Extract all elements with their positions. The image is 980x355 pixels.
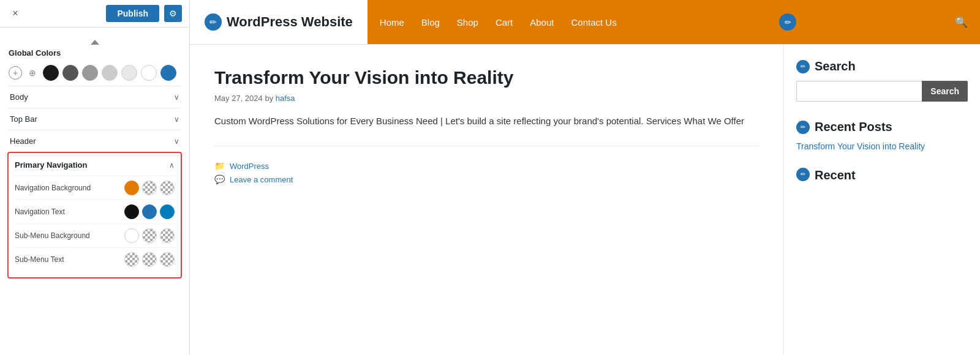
- site-title: WordPress Website: [227, 14, 353, 30]
- comment-icon: 💬: [214, 174, 225, 184]
- search-widget-title: Search: [815, 59, 856, 73]
- color-swatch-blue[interactable]: [160, 65, 176, 81]
- post-comment-link[interactable]: Leave a comment: [230, 175, 293, 184]
- submenu-text-swatch1[interactable]: [124, 252, 139, 267]
- nav-about[interactable]: About: [530, 17, 554, 28]
- recent-posts-widget-icon: ✏: [796, 121, 810, 134]
- submenu-text-swatch2[interactable]: [142, 252, 157, 267]
- search-widget-title-row: ✏ Search: [796, 59, 968, 73]
- nav-bg-swatch-checker1[interactable]: [142, 181, 157, 195]
- nav-bg-swatches: [124, 181, 175, 195]
- post-author[interactable]: hafsa: [276, 94, 295, 103]
- site-header: ✏ WordPress Website ✏ Home Blog Shop Car…: [190, 0, 980, 45]
- submenu-bg-swatch-checker1[interactable]: [142, 228, 157, 243]
- close-button[interactable]: ×: [7, 6, 23, 21]
- primary-nav-chevron: ∧: [169, 161, 175, 170]
- scroll-indicator: [9, 36, 181, 46]
- site-logo-area: ✏ WordPress Website: [190, 4, 368, 40]
- category-icon: 📁: [214, 161, 225, 171]
- recent-partial-heading: Recent: [815, 168, 856, 182]
- nav-text-label: Navigation Text: [15, 207, 94, 216]
- recent-post-link-0[interactable]: Transform Your Vision into Reality: [796, 141, 968, 151]
- post-divider: [214, 146, 759, 146]
- nav-text-swatch-blue-mid[interactable]: [142, 204, 157, 219]
- submenu-text-row: Sub-Menu Text: [13, 247, 176, 271]
- color-swatch-darkgray[interactable]: [62, 65, 78, 81]
- sidebar-topbar: × Publish ⚙: [0, 0, 189, 28]
- submenu-text-swatches: [124, 252, 175, 267]
- recent-partial-icon: ✏: [796, 168, 810, 181]
- header-label: Header: [10, 136, 36, 146]
- submenu-bg-swatch-checker2[interactable]: [160, 228, 175, 243]
- body-label: Body: [10, 92, 28, 102]
- color-swatch-gray[interactable]: [82, 65, 98, 81]
- right-sidebar: ✏ Search Search ✏ Recent Posts Transform…: [784, 45, 980, 355]
- search-widget: ✏ Search Search: [796, 59, 968, 102]
- body-section[interactable]: Body ∨: [9, 86, 181, 108]
- left-sidebar: × Publish ⚙ Global Colors + ⊕ Body ∨ Top: [0, 0, 190, 355]
- primary-nav-label: Primary Navigation: [15, 160, 88, 170]
- submenu-text-label: Sub-Menu Text: [15, 255, 94, 264]
- color-swatch-white[interactable]: [141, 65, 157, 81]
- post-by: by: [265, 94, 275, 103]
- submenu-bg-swatches: [124, 228, 175, 243]
- nav-bg-swatch-checker2[interactable]: [160, 181, 175, 195]
- nav-text-row: Navigation Text: [13, 200, 176, 223]
- nav-text-swatch-black[interactable]: [124, 204, 139, 219]
- color-swatch-black[interactable]: [43, 65, 59, 81]
- body-chevron: ∨: [174, 93, 179, 102]
- search-input-row: Search: [796, 81, 968, 102]
- color-swatch-lightgray[interactable]: [102, 65, 118, 81]
- top-bar-label: Top Bar: [10, 114, 37, 124]
- nav-cart[interactable]: Cart: [496, 17, 513, 28]
- content-body: Transform Your Vision into Reality May 2…: [190, 45, 980, 355]
- header-section[interactable]: Header ∨: [9, 130, 181, 152]
- primary-navigation-section: Primary Navigation ∧ Navigation Backgrou…: [7, 152, 182, 278]
- nav-contact-us[interactable]: Contact Us: [571, 17, 616, 28]
- publish-button[interactable]: Publish: [106, 5, 159, 22]
- recent-posts-title-row: ✏ Recent Posts: [796, 120, 968, 134]
- nav-bg-label: Navigation Background: [15, 184, 94, 192]
- search-input[interactable]: [796, 81, 922, 102]
- header-chevron: ∨: [174, 137, 179, 146]
- move-colors-button[interactable]: ⊕: [26, 66, 39, 80]
- search-submit-button[interactable]: Search: [922, 81, 968, 102]
- nav-blog[interactable]: Blog: [421, 17, 440, 28]
- main-content: Transform Your Vision into Reality May 2…: [190, 45, 784, 355]
- post-date: May 27, 2024: [214, 94, 263, 103]
- nav-edit-button[interactable]: ✏: [779, 13, 796, 31]
- gear-button[interactable]: ⚙: [164, 5, 182, 22]
- post-meta: May 27, 2024 by hafsa: [214, 94, 759, 103]
- top-bar-section[interactable]: Top Bar ∨: [9, 108, 181, 130]
- add-color-button[interactable]: +: [9, 66, 22, 80]
- nav-bg-swatch-orange[interactable]: [124, 181, 139, 195]
- recent-partial-row: ✏ Recent: [796, 166, 968, 182]
- submenu-bg-swatch-white[interactable]: [124, 228, 139, 243]
- post-category-link[interactable]: WordPress: [230, 162, 269, 171]
- recent-posts-widget: ✏ Recent Posts Transform Your Vision int…: [796, 120, 968, 151]
- svg-marker-0: [91, 40, 99, 45]
- top-bar-chevron: ∨: [174, 115, 179, 124]
- nav-shop[interactable]: Shop: [457, 17, 478, 28]
- submenu-bg-label: Sub-Menu Background: [15, 231, 94, 240]
- logo-icon: ✏: [205, 13, 222, 31]
- global-colors-title: Global Colors: [9, 48, 181, 58]
- global-color-controls: + ⊕: [9, 65, 181, 81]
- post-category-row: 📁 WordPress: [214, 161, 759, 171]
- primary-nav-header[interactable]: Primary Navigation ∧: [13, 157, 176, 176]
- post-excerpt: Custom WordPress Solutions for Every Bus…: [214, 114, 759, 129]
- nav-text-swatches: [124, 204, 175, 219]
- nav-home[interactable]: Home: [380, 17, 404, 28]
- post-title: Transform Your Vision into Reality: [214, 67, 759, 89]
- nav-search-icon[interactable]: 🔍: [955, 16, 968, 29]
- nav-text-swatch-blue-bright[interactable]: [160, 204, 175, 219]
- search-widget-icon: ✏: [796, 60, 810, 73]
- post-comment-row: 💬 Leave a comment: [214, 174, 759, 184]
- post-footer: 📁 WordPress 💬 Leave a comment: [214, 161, 759, 184]
- main-area: ✏ WordPress Website ✏ Home Blog Shop Car…: [190, 0, 980, 355]
- submenu-text-swatch3[interactable]: [160, 252, 175, 267]
- primary-nav: Home Blog Shop Cart About Contact Us 🔍: [368, 0, 980, 44]
- color-swatch-verylight[interactable]: [121, 65, 137, 81]
- recent-posts-title: Recent Posts: [815, 120, 892, 134]
- sidebar-content: Global Colors + ⊕ Body ∨ Top Bar ∨ Heade…: [0, 28, 189, 355]
